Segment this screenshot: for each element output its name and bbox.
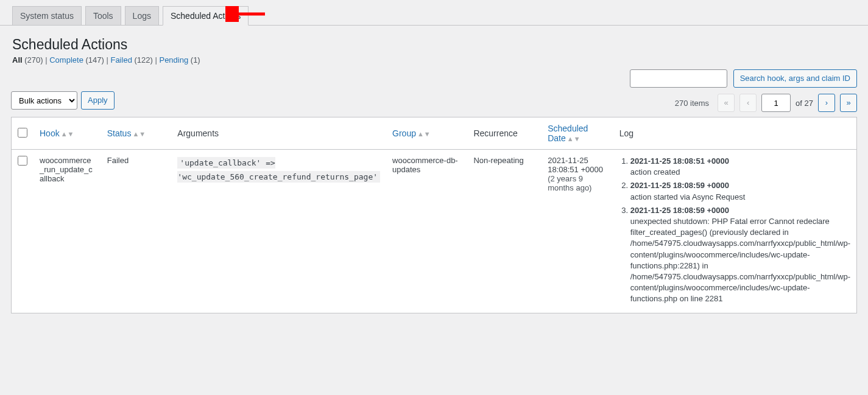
cell-hook: woocommerce_run_update_callback	[34, 150, 101, 313]
tab-system-status[interactable]: System status	[12, 6, 82, 25]
filter-pending[interactable]: Pending	[159, 55, 188, 65]
page-total-label: of 27	[796, 99, 813, 108]
sort-icon: ▲▼	[567, 135, 580, 142]
log-entry: 2021-11-25 18:08:51 +0000action created	[630, 156, 850, 178]
filter-all-count: (270)	[24, 55, 43, 65]
select-all-checkbox[interactable]	[18, 128, 27, 138]
col-group[interactable]: Group	[392, 128, 416, 138]
table-row: woocommerce_run_update_callback Failed '…	[12, 150, 857, 313]
filter-complete-count: (147)	[85, 55, 104, 65]
log-entry: 2021-11-25 18:08:59 +0000action started …	[630, 180, 850, 202]
actions-table: Hook▲▼ Status▲▼ Arguments Group▲▼ Recurr…	[11, 117, 857, 313]
page-first-button: «	[718, 94, 735, 112]
tab-logs[interactable]: Logs	[125, 6, 159, 25]
sort-icon: ▲▼	[61, 130, 74, 138]
col-hook[interactable]: Hook	[40, 128, 60, 138]
bulk-actions-select[interactable]: Bulk actions	[11, 91, 77, 110]
cell-group: woocommerce-db-updates	[386, 150, 467, 313]
col-arguments: Arguments	[177, 128, 219, 138]
col-status[interactable]: Status	[107, 128, 132, 138]
tablenav: Bulk actions Apply Search hook, args and…	[0, 69, 868, 117]
filter-failed-count: (122)	[135, 55, 153, 65]
search-button[interactable]: Search hook, args and claim ID	[733, 69, 857, 88]
filter-pending-count: (1)	[191, 55, 200, 65]
col-recurrence: Recurrence	[473, 128, 517, 138]
log-entry: 2021-11-25 18:08:59 +0000unexpected shut…	[630, 205, 850, 305]
tabs-bar: System status Tools Logs Scheduled Actio…	[0, 0, 868, 26]
sort-icon: ▲▼	[417, 130, 431, 138]
page-title: Scheduled Actions	[0, 26, 868, 55]
filter-complete[interactable]: Complete	[49, 55, 83, 65]
filter-all[interactable]: All	[12, 55, 23, 65]
arrow-annotation	[225, 6, 268, 24]
sort-icon: ▲▼	[132, 130, 146, 138]
filter-failed[interactable]: Failed	[110, 55, 132, 65]
search-input[interactable]	[630, 69, 727, 88]
tab-tools[interactable]: Tools	[85, 6, 121, 25]
apply-button[interactable]: Apply	[81, 91, 115, 110]
cell-log: 2021-11-25 18:08:51 +0000action created …	[613, 150, 857, 313]
row-checkbox[interactable]	[18, 156, 27, 166]
items-count: 270 items	[675, 99, 709, 108]
cell-arguments: 'update_callback' => 'wc_update_560_crea…	[171, 150, 386, 313]
page-number-input[interactable]	[761, 94, 791, 112]
cell-recurrence: Non-repeating	[467, 150, 542, 313]
cell-scheduled: 2021-11-25 18:08:51 +0000 (2 years 9 mon…	[542, 150, 613, 313]
col-log: Log	[619, 128, 633, 138]
cell-status: Failed	[101, 150, 172, 313]
page-next-button[interactable]: ›	[818, 94, 835, 112]
page-last-button[interactable]: »	[840, 94, 857, 112]
page-prev-button: ‹	[739, 94, 757, 112]
status-filters: All (270) | Complete (147) | Failed (122…	[0, 55, 868, 69]
